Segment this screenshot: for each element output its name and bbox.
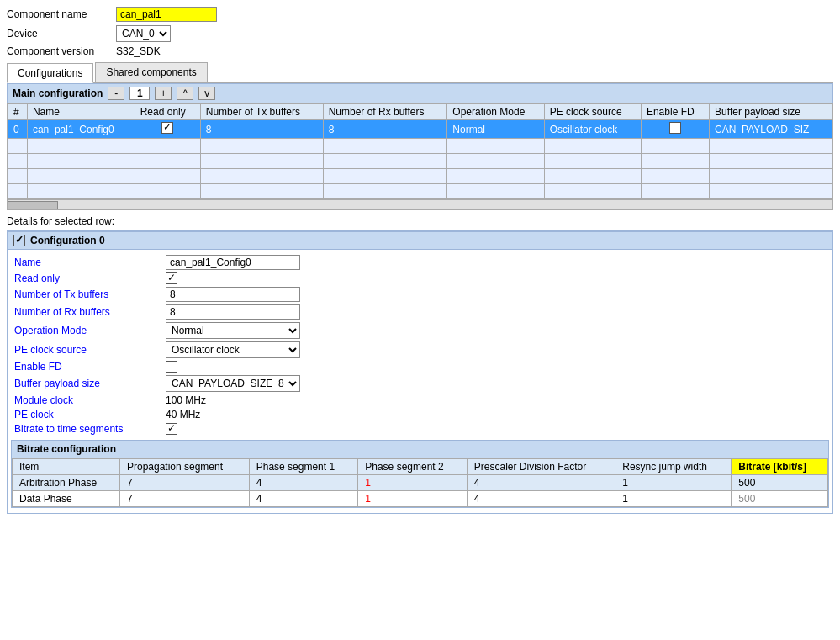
config-table-container: # Name Read only Number of Tx buffers Nu…: [7, 103, 833, 200]
bitrate-row-arb: Arbitration Phase 7 4 1 4 1 500: [13, 475, 828, 491]
bitrate-header: Bitrate configuration: [12, 441, 828, 458]
detail-opmode-row: Operation Mode Normal Loopback Listen On…: [11, 322, 829, 339]
table-row-empty-2: [8, 154, 832, 169]
bcell-phase2-arb: 1: [358, 475, 468, 491]
tab-shared-components[interactable]: Shared components: [95, 62, 207, 82]
component-version-label: Component version: [7, 45, 116, 57]
bcell-item-arb: Arbitration Phase: [13, 475, 120, 491]
bcell-prop-arb: 7: [119, 475, 249, 491]
col-buffer-payload: Buffer payload size: [710, 104, 832, 120]
bcell-phase2-data: 1: [358, 491, 468, 507]
col-rx-buffers: Number of Rx buffers: [323, 104, 447, 120]
table-row-empty-4: [8, 184, 832, 199]
table-scrollbar[interactable]: [7, 200, 833, 210]
tabs-bar: Configurations Shared components: [7, 62, 833, 83]
detail-readonly-checkbox[interactable]: [166, 272, 177, 284]
detail-tx-input[interactable]: [166, 287, 300, 302]
cell-pe-clock: Oscillator clock: [544, 120, 641, 139]
read-only-checkbox: [161, 122, 173, 134]
cell-buffer-payload: CAN_PAYLOAD_SIZ: [710, 120, 832, 139]
config0-checkbox[interactable]: [13, 235, 25, 246]
bcol-prop-seg: Propagation segment: [119, 459, 249, 475]
detail-pe-clock-row: PE clock source Oscillator clock Periphe…: [11, 341, 829, 358]
enable-fd-checkbox: [669, 122, 681, 134]
details-content: Name Read only Number of Tx buffers Numb…: [8, 250, 832, 513]
col-read-only: Read only: [135, 104, 200, 120]
component-name-row: Component name: [7, 7, 833, 22]
table-row[interactable]: 0 can_pal1_Config0 8 8 Normal Oscillator…: [8, 120, 832, 139]
config-table-header: # Name Read only Number of Tx buffers Nu…: [8, 104, 832, 120]
col-hash: #: [8, 104, 28, 120]
nav-down-btn[interactable]: v: [198, 87, 215, 100]
col-name: Name: [27, 104, 135, 120]
detail-pe-clock-select[interactable]: Oscillator clock Peripheral clock: [166, 341, 300, 358]
component-name-input[interactable]: [116, 7, 217, 22]
scrollbar-thumb[interactable]: [8, 201, 58, 209]
bcol-prescaler: Prescaler Division Factor: [467, 459, 615, 475]
cell-op-mode: Normal: [447, 120, 544, 139]
device-row: Device CAN_0 CAN_1 CAN_2: [7, 25, 833, 42]
bcell-prescaler-data: 4: [467, 491, 615, 507]
detail-bitrate-seg-row: Bitrate to time segments: [11, 423, 829, 435]
config0-label: Configuration 0: [30, 235, 105, 246]
bcell-phase1-arb: 4: [249, 475, 358, 491]
bcol-phase2: Phase segment 2: [358, 459, 468, 475]
details-label: Details for selected row:: [7, 215, 833, 227]
detail-enablefd-label: Enable FD: [14, 361, 166, 373]
device-label: Device: [7, 28, 116, 40]
col-enable-fd: Enable FD: [641, 104, 709, 120]
detail-tx-label: Number of Tx buffers: [14, 288, 166, 300]
tab-configurations[interactable]: Configurations: [7, 63, 93, 83]
cell-enable-fd: [641, 120, 709, 139]
detail-bitrate-seg-label: Bitrate to time segments: [14, 423, 166, 435]
detail-rx-label: Number of Rx buffers: [14, 306, 166, 318]
table-row-empty-3: [8, 169, 832, 184]
detail-readonly-label: Read only: [14, 272, 166, 284]
nav-up-btn[interactable]: ^: [177, 87, 193, 100]
detail-readonly-row: Read only: [11, 272, 829, 284]
detail-buffersize-select[interactable]: CAN_PAYLOAD_SIZE_8 CAN_PAYLOAD_SIZE_16 C…: [166, 375, 300, 392]
detail-moduleclock-value: 100 MHz: [166, 394, 206, 406]
bcell-bitrate-data: 500: [732, 491, 828, 507]
nav-num: 1: [129, 87, 150, 100]
detail-rx-row: Number of Rx buffers: [11, 304, 829, 320]
detail-buffersize-row: Buffer payload size CAN_PAYLOAD_SIZE_8 C…: [11, 375, 829, 392]
detail-peclock-row: PE clock 40 MHz: [11, 409, 829, 420]
detail-name-label: Name: [14, 257, 166, 268]
details-section: Configuration 0 Name Read only Number of…: [7, 230, 833, 514]
detail-bitrate-seg-checkbox[interactable]: [166, 423, 177, 435]
bitrate-table-header: Item Propagation segment Phase segment 1…: [13, 459, 828, 475]
component-name-label: Component name: [7, 8, 116, 20]
bcol-phase1: Phase segment 1: [249, 459, 358, 475]
detail-enablefd-checkbox[interactable]: [166, 361, 177, 373]
component-version-row: Component version S32_SDK: [7, 45, 833, 57]
bitrate-section: Bitrate configuration Item Propagation s…: [11, 440, 829, 508]
cell-tx: 8: [200, 120, 323, 139]
bitrate-row-data: Data Phase 7 4 1 4 1 500: [13, 491, 828, 507]
detail-opmode-select[interactable]: Normal Loopback Listen Only: [166, 322, 300, 339]
main-config-header: Main configuration - 1 + ^ v: [7, 83, 833, 103]
table-row-empty-1: [8, 139, 832, 154]
nav-plus-btn[interactable]: +: [155, 87, 172, 100]
cell-read-only: [135, 120, 200, 139]
detail-name-row: Name: [11, 255, 829, 270]
detail-peclock-label: PE clock: [14, 409, 166, 420]
config0-header: Configuration 0: [8, 231, 832, 250]
detail-tx-row: Number of Tx buffers: [11, 287, 829, 302]
detail-enablefd-row: Enable FD: [11, 361, 829, 373]
bcol-bitrate: Bitrate [kbit/s]: [732, 459, 828, 475]
detail-name-input[interactable]: [166, 255, 300, 270]
nav-minus-btn[interactable]: -: [108, 87, 124, 100]
detail-buffersize-label: Buffer payload size: [14, 378, 166, 389]
col-pe-clock: PE clock source: [544, 104, 641, 120]
device-select[interactable]: CAN_0 CAN_1 CAN_2: [116, 25, 171, 42]
bcol-resync: Resync jump width: [615, 459, 732, 475]
detail-rx-input[interactable]: [166, 304, 300, 320]
detail-peclock-value: 40 MHz: [166, 409, 200, 420]
bcell-resync-arb: 1: [615, 475, 732, 491]
bcol-item: Item: [13, 459, 120, 475]
col-tx-buffers: Number of Tx buffers: [200, 104, 323, 120]
component-version-value: S32_SDK: [116, 45, 161, 57]
config-table: # Name Read only Number of Tx buffers Nu…: [8, 103, 832, 199]
cell-rx: 8: [323, 120, 447, 139]
